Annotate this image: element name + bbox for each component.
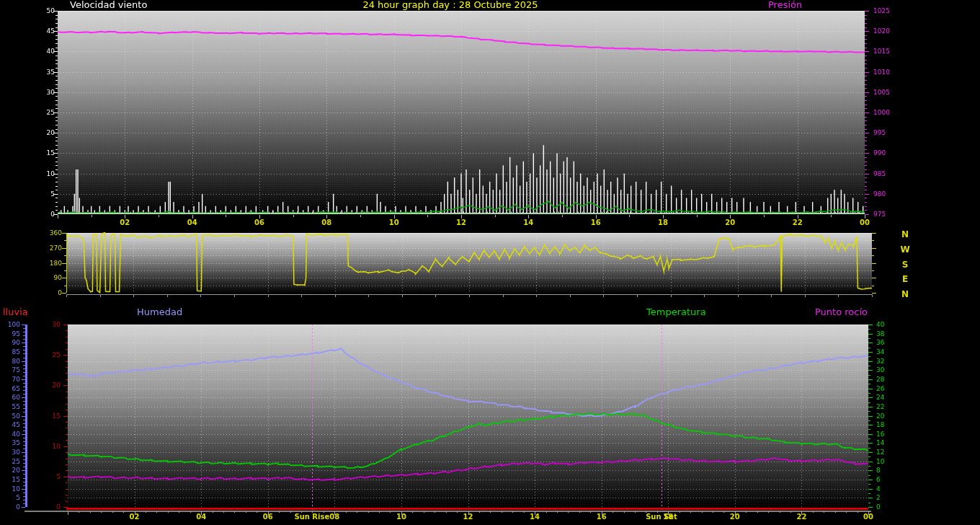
temperature-axis-tick: 26 [876,385,898,392]
humidity-axis-tick: 70 [0,376,20,383]
humidity-axis-tick: 20 [0,467,20,474]
wind-axis-tick: 15 [29,149,55,156]
hour-label-top: 16 [582,219,610,227]
humidity-axis-tick: 95 [0,330,20,338]
rain-axis-tick: 20 [39,381,61,389]
pressure-title: Presión [768,0,802,10]
rain-axis-tick: 10 [39,443,61,450]
rain-axis-tick: 5 [39,473,61,480]
humidity-axis-tick: 50 [0,412,20,420]
temperature-axis-tick: 36 [876,339,898,346]
humidity-axis-tick: 35 [0,439,20,446]
pressure-axis-tick: 1020 [873,27,898,35]
hour-label-bottom: 16 [587,513,616,521]
pressure-axis-tick: 990 [873,149,898,156]
humidity-axis-tick: 15 [0,476,20,483]
temperature-axis-tick: 8 [876,467,898,474]
hour-label-bottom: 10 [387,513,416,521]
temperature-axis-tick: 0 [876,503,898,511]
hour-label-bottom: 06 [254,513,282,521]
humidity-axis-tick: 40 [0,431,20,438]
compass-letter: S [898,260,912,270]
temperature-axis-tick: 24 [876,394,898,401]
rain-title: lluvia [3,307,28,317]
hour-label-bottom: 00 [854,513,883,521]
wind-axis-tick: 50 [29,7,55,14]
temperature-axis-tick: 38 [876,330,898,338]
direction-axis-tick: 0 [35,289,62,296]
humidity-axis-tick: 85 [0,348,20,356]
pressure-axis-tick: 1025 [873,7,898,14]
temperature-axis-tick: 4 [876,485,898,493]
hour-label-bottom: 02 [120,513,149,521]
humidity-axis-tick: 80 [0,358,20,365]
direction-axis-tick: 90 [35,274,62,281]
pressure-axis-tick: 995 [873,129,898,136]
wind-axis-tick: 10 [29,170,55,177]
direction-axis-tick: 180 [35,260,62,267]
pressure-axis-tick: 985 [873,170,898,177]
humidity-axis-tick: 25 [0,458,20,465]
pressure-axis-tick: 980 [873,190,898,198]
rain-axis-tick: 30 [39,321,61,328]
temperature-axis-tick: 40 [876,321,898,328]
wind-axis-tick: 30 [29,89,55,96]
hour-label-bottom: 14 [520,513,549,521]
temperature-axis-tick: 22 [876,403,898,410]
hour-label-bottom: 22 [787,513,816,521]
hour-label-top: 18 [649,219,677,227]
temperature-axis-tick: 18 [876,421,898,428]
hour-label-top: 08 [312,219,341,227]
rain-axis-tick: 0 [39,503,61,511]
temperature-axis-tick: 6 [876,476,898,483]
hour-label-top: 20 [716,219,744,227]
direction-axis-tick: 270 [35,244,62,252]
humidity-axis-tick: 65 [0,385,20,392]
humidity-axis-tick: 30 [0,449,20,456]
hour-label-top: 00 [850,219,879,227]
dew-point-title: Punto rocío [815,307,868,317]
hour-label-top: 12 [447,219,476,227]
pressure-axis-tick: 1005 [873,89,898,96]
temperature-axis-tick: 34 [876,348,898,356]
humidity-axis-tick: 55 [0,403,20,410]
pressure-axis-tick: 975 [873,211,898,218]
humidity-axis-tick: 60 [0,394,20,401]
wind-axis-tick: 40 [29,48,55,55]
hour-label-top: 10 [380,219,409,227]
humidity-axis-tick: 90 [0,339,20,346]
hour-label-bottom: 04 [187,513,215,521]
temperature-axis-tick: 14 [876,439,898,446]
hour-label-top: 06 [245,219,274,227]
wind-axis-tick: 20 [29,129,55,136]
wind-axis-tick: 0 [29,211,55,218]
hour-label-top: 02 [110,219,139,227]
wind-axis-tick: 25 [29,109,55,116]
humidity-axis-tick: 45 [0,421,20,428]
humidity-title: Humedad [137,307,182,317]
hour-label-bottom: 20 [721,513,749,521]
weather-24h-graph-screen: Velocidad viento 24 hour graph day : 28 … [0,0,980,525]
sun-set-label: Sun Set [642,513,681,521]
wind-axis-tick: 45 [29,27,55,35]
humidity-axis-tick: 0 [0,503,20,511]
wind-axis-tick: 35 [29,69,55,76]
hour-label-bottom: 12 [454,513,483,521]
sun-rise-label: Sun Rise [293,513,331,521]
compass-letter: E [898,275,912,284]
humidity-axis-tick: 10 [0,485,20,493]
humidity-axis-tick: 100 [0,321,20,328]
rain-axis-tick: 25 [39,351,61,358]
wind-axis-tick: 5 [29,190,55,198]
temperature-axis-tick: 12 [876,449,898,456]
temperature-title: Temperatura [646,307,706,317]
compass-letter: W [898,245,912,255]
hour-label-top: 14 [514,219,543,227]
page-title: 24 hour graph day : 28 Octubre 2025 [47,0,854,10]
temperature-axis-tick: 30 [876,366,898,374]
temperature-axis-tick: 16 [876,431,898,438]
pressure-axis-tick: 1010 [873,69,898,76]
humidity-axis-tick: 75 [0,366,20,374]
direction-axis-tick: 360 [35,229,62,237]
humidity-axis-tick: 5 [0,494,20,501]
